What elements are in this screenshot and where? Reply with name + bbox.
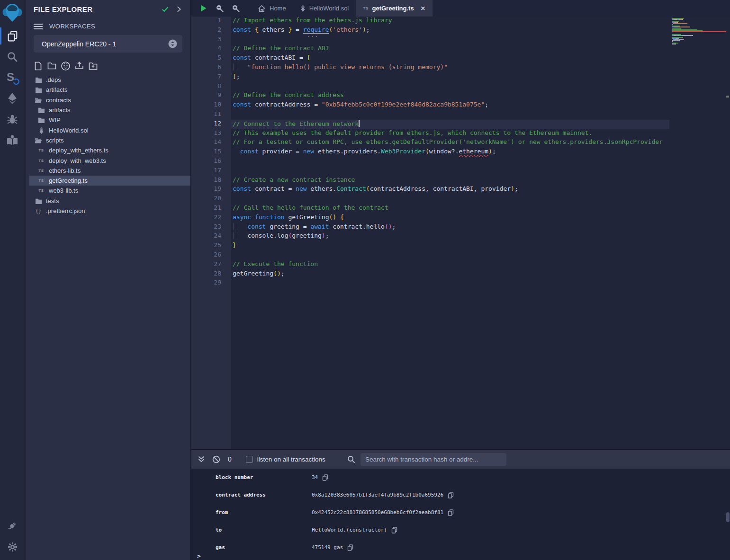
ts-icon: TS [37,169,45,173]
code-line-24: console.log(greeting); [231,232,669,241]
copy-icon[interactable] [322,474,328,481]
tree-item-label: tests [46,197,59,204]
close-tab-icon[interactable]: ✕ [421,5,425,12]
plugin-manager-icon[interactable] [0,516,25,536]
tree-item-helloworld-sol[interactable]: HelloWorld.sol [29,125,190,135]
deploy-and-run-icon[interactable] [0,88,25,109]
tree-item-label: getGreeting.ts [49,177,88,184]
remix-ide-window: S FILE EXPLORER WORKSPACES OpenZeppelin … [0,0,730,560]
expand-terminal-icon[interactable] [198,455,205,463]
listen-transactions-checkbox[interactable] [246,456,253,463]
activity-bar: S [0,0,25,560]
folder-open-icon [35,137,42,143]
sol-icon [300,5,306,12]
tx-detail-key: from [216,509,312,516]
tree-item-label: ethers-lib.ts [49,167,81,174]
zoom-out-icon[interactable] [216,4,224,12]
code-text-area[interactable]: // Import ethers from the ethers.js libr… [231,17,669,449]
copy-icon[interactable] [347,544,353,551]
workspaces-label: WORKSPACES [49,23,95,30]
learneth-icon[interactable] [0,130,25,151]
ts-icon: TS [37,159,45,163]
code-line-26 [231,251,669,260]
tree-item-label: deploy_with_web3.ts [49,157,106,164]
file-tree: .depsartifactscontractsartifactsWIPHello… [26,75,190,216]
tree-item-label: web3-lib.ts [49,187,78,194]
folder-icon [35,198,42,204]
svg-text:S: S [7,71,14,83]
tree-item-label: deploy_with_ethers.ts [49,147,108,154]
run-script-button[interactable] [199,4,207,12]
new-folder-icon[interactable] [47,61,56,71]
code-line-11 [231,110,669,120]
tree-item-artifacts[interactable]: artifacts [29,85,190,95]
check-icon[interactable] [161,5,169,13]
tx-detail-value: 0x8a120383e6057b1f3aef4fa9b89c2f1b0a6959… [312,492,443,498]
pending-tx-count: 0 [228,455,232,463]
tree-item-deploy-with-web3-ts[interactable]: TSdeploy_with_web3.ts [29,155,190,165]
tree-item-contracts[interactable]: contracts [29,95,190,105]
copy-icon[interactable] [391,527,397,533]
tab-home[interactable]: Home [251,0,293,17]
workspace-select[interactable]: OpenZeppelin ERC20 - 1 [34,35,182,53]
tree-item-deploy-with-ethers-ts[interactable]: TSdeploy_with_ethers.ts [29,145,190,155]
code-line-3 [231,36,669,45]
zoom-in-icon[interactable] [232,4,240,12]
solidity-compiler-icon[interactable]: S [0,67,25,88]
new-file-icon[interactable] [34,61,43,71]
tab-getgreeting-ts[interactable]: TSgetGreeting.ts✕ [356,0,432,17]
code-line-27: // Execute the function [231,260,669,270]
tx-detail-row: gas475149 gas [191,539,730,556]
tree-item-artifacts[interactable]: artifacts [29,105,190,115]
tree-item-getgreeting-ts[interactable]: TSgetGreeting.ts [29,176,190,186]
debugger-icon[interactable] [0,109,25,130]
tree-item-tests[interactable]: tests [29,196,190,206]
code-line-6: "function hello() public view returns (s… [231,63,669,73]
tree-item--prettierrc-json[interactable]: {}.prettierrc.json [29,206,190,216]
code-line-28: getGreeting(); [231,270,669,279]
file-toolbar [34,61,190,71]
tree-item-wip[interactable]: WIP [29,115,190,125]
copy-icon[interactable] [448,492,454,498]
tree-item-ethers-lib-ts[interactable]: TSethers-lib.ts [29,166,190,176]
upload-file-icon[interactable] [75,61,84,71]
code-line-8 [231,82,669,92]
clear-console-icon[interactable] [212,455,220,463]
ts-icon: TS [37,188,45,193]
code-line-29 [231,279,669,288]
code-line-1: // Import ethers from the ethers.js libr… [231,17,669,26]
folder-icon [37,107,45,113]
github-icon[interactable] [61,61,70,71]
tx-detail-row: from0x42452c22c88178685850e68beb6cf0f2ae… [191,504,730,521]
tree-item-label: scripts [46,137,64,144]
upload-folder-icon[interactable] [89,61,98,71]
overview-ruler-mark [726,96,729,98]
terminal-scrollbar-thumb[interactable] [726,512,730,522]
terminal-search-input[interactable] [360,453,506,466]
tx-detail-value: 0x42452c22c88178685850e68beb6cf0f2aeab8f… [312,509,443,516]
text-cursor [359,120,360,127]
ts-icon: TS [363,6,368,10]
tx-detail-row: contract address0x8a120383e6057b1f3aef4f… [191,486,730,504]
chevron-right-icon[interactable] [176,6,182,12]
folder-icon [35,87,42,93]
tx-detail-value: 34 [312,474,318,480]
folder-icon [35,77,42,83]
tree-item-web3-lib-ts[interactable]: TSweb3-lib.ts [29,186,190,196]
settings-icon[interactable] [0,536,25,557]
code-line-14: // For a testnet or custom RPC, use ethe… [231,138,669,148]
tab-label: HelloWorld.sol [309,5,349,12]
tree-item-scripts[interactable]: scripts [29,135,190,145]
copy-icon[interactable] [448,509,454,516]
terminal-prompt[interactable]: > [197,552,201,560]
hamburger-menu-icon[interactable] [34,23,43,30]
sol-icon [37,127,45,134]
remix-logo-icon[interactable] [0,1,25,26]
minimap[interactable] [672,18,726,45]
tab-label: getGreeting.ts [372,5,414,12]
tab-helloworld-sol[interactable]: HelloWorld.sol [293,0,356,17]
file-explorer-icon[interactable] [0,26,25,46]
code-line-13: // This example uses the default provide… [231,129,669,139]
search-icon[interactable] [0,46,25,67]
tree-item--deps[interactable]: .deps [29,75,190,85]
